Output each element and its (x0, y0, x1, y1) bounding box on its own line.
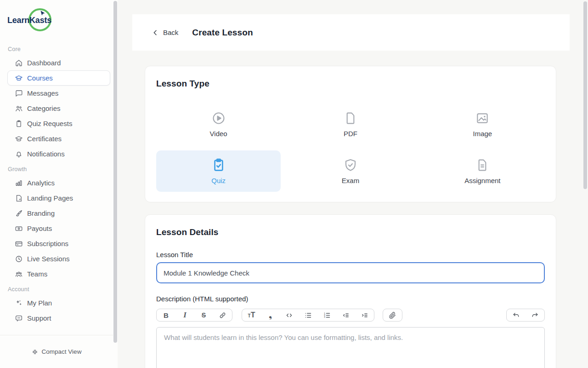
lesson-type-assignment[interactable]: Assignment (420, 150, 545, 192)
sidebar: LearnKasts CoreDashboardCoursesMessagesC… (0, 0, 118, 368)
sidebar-item-label: Subscriptions (27, 240, 68, 247)
svg-text:3: 3 (324, 316, 325, 318)
lesson-type-label: PDF (344, 130, 357, 138)
lesson-type-label: Video (210, 130, 227, 138)
sidebar-item-branding[interactable]: Branding (7, 206, 110, 221)
sidebar-item-categories[interactable]: Categories (7, 101, 110, 116)
sidebar-item-label: Messages (27, 89, 58, 97)
sidebar-item-quiz-requests[interactable]: Quiz Requests (7, 116, 110, 131)
sparkles-icon (15, 299, 23, 307)
text-size-icon: TT (248, 311, 255, 319)
lesson-type-quiz[interactable]: Quiz (156, 150, 281, 192)
undo-button[interactable] (507, 309, 526, 321)
sidebar-item-notifications[interactable]: Notifications (7, 146, 110, 161)
lesson-type-grid: VideoPDFImageQuizExamAssignment (156, 104, 545, 192)
sidebar-item-dashboard[interactable]: Dashboard (7, 55, 110, 70)
credit-card-icon (15, 240, 23, 248)
lesson-type-exam[interactable]: Exam (288, 150, 413, 192)
sidebar-item-label: Live Sessions (27, 255, 70, 263)
toolbar-group-history (506, 309, 545, 322)
sidebar-item-analytics[interactable]: Analytics (7, 175, 110, 190)
text-size-button[interactable]: TT (242, 309, 261, 321)
sidebar-item-support[interactable]: Support (7, 310, 110, 326)
sidebar-item-my-plan[interactable]: My Plan (7, 295, 110, 310)
home-icon (15, 59, 23, 67)
code-icon (285, 311, 293, 319)
sidebar-item-certificates[interactable]: Certificates (7, 131, 110, 146)
bell-icon (15, 150, 23, 158)
numbered-list-button[interactable]: 123 (317, 309, 336, 321)
clipboard-icon (15, 120, 23, 128)
sidebar-item-landing-pages[interactable]: Landing Pages (7, 190, 110, 206)
toolbar-group-attach (383, 309, 402, 322)
attachment-button[interactable] (383, 309, 402, 321)
bullet-list-icon (304, 311, 312, 319)
redo-button[interactable] (526, 309, 544, 321)
bold-icon: B (164, 311, 169, 319)
strikethrough-button[interactable]: S (194, 309, 213, 321)
toolbar-group-block-format: TT❟123 (242, 309, 374, 322)
outdent-button[interactable] (336, 309, 355, 321)
logo-wordmark: LearnKasts (7, 16, 51, 25)
compact-view-button[interactable]: Compact View (29, 348, 85, 356)
description-textarea[interactable] (156, 327, 545, 368)
sidebar-item-label: My Plan (27, 299, 52, 307)
sidebar-section-label: Growth (0, 161, 118, 175)
editor-toolbar: BISTT❟123 (156, 309, 545, 322)
sidebar-item-teams[interactable]: Teams (7, 266, 110, 282)
lesson-title-label: Lesson Title (156, 251, 545, 259)
sidebar-item-subscriptions[interactable]: Subscriptions (7, 236, 110, 251)
sidebar-item-label: Certificates (27, 135, 62, 143)
link-button[interactable] (213, 309, 232, 321)
bullet-list-button[interactable] (299, 309, 317, 321)
indent-button[interactable] (355, 309, 374, 321)
lesson-type-card: Lesson Type VideoPDFImageQuizExamAssignm… (145, 66, 556, 202)
italic-button[interactable]: I (175, 309, 194, 321)
description-label: Description (HTML supported) (156, 295, 545, 303)
main-content: Back Create Lesson Lesson Type VideoPDFI… (118, 14, 588, 368)
sidebar-item-label: Landing Pages (27, 194, 73, 202)
lesson-type-pdf[interactable]: PDF (288, 104, 413, 145)
sidebar-section-label: Account (0, 282, 118, 295)
lesson-type-label: Quiz (211, 177, 226, 184)
lesson-type-heading: Lesson Type (156, 79, 545, 89)
bar-chart-icon (15, 179, 23, 187)
lesson-type-video[interactable]: Video (156, 104, 281, 145)
code-button[interactable] (280, 309, 299, 321)
clock-icon (15, 255, 23, 263)
sidebar-item-messages[interactable]: Messages (7, 86, 110, 101)
lesson-type-label: Assignment (464, 177, 500, 184)
sidebar-scrollbar-thumb[interactable] (113, 1, 117, 343)
certificate-icon (15, 135, 23, 143)
sidebar-item-label: Payouts (27, 224, 52, 232)
graduation-cap-icon (15, 74, 23, 82)
lesson-type-image[interactable]: Image (420, 104, 545, 145)
strikethrough-icon: S (202, 311, 206, 319)
lesson-title-input[interactable] (156, 262, 545, 283)
cursor-icon (40, 10, 46, 17)
users-icon (15, 104, 23, 113)
bold-button[interactable]: B (157, 309, 175, 321)
sidebar-item-live-sessions[interactable]: Live Sessions (7, 251, 110, 266)
numbered-list-icon: 123 (323, 311, 331, 319)
team-icon (15, 270, 23, 278)
back-button[interactable]: Back (152, 29, 178, 36)
learnkasts-logo[interactable]: LearnKasts (0, 0, 118, 41)
sidebar-item-label: Analytics (27, 179, 55, 187)
quote-button[interactable]: ❟ (261, 309, 280, 321)
sidebar-nav: CoreDashboardCoursesMessagesCategoriesQu… (0, 41, 118, 326)
sidebar-item-label: Dashboard (27, 59, 61, 67)
chat-bubble-icon (15, 89, 23, 98)
sidebar-section-label: Core (0, 41, 118, 55)
compress-icon (32, 349, 38, 355)
link-icon (219, 311, 226, 319)
sidebar-item-payouts[interactable]: Payouts (7, 221, 110, 236)
sidebar-item-label: Courses (27, 74, 53, 82)
page-scrollbar-thumb[interactable] (583, 1, 587, 189)
brush-icon (15, 209, 23, 218)
toolbar-group-text-format: BIS (156, 309, 232, 322)
attachment-icon (389, 311, 396, 319)
undo-icon (512, 311, 520, 319)
page-header: Back Create Lesson (132, 14, 570, 51)
sidebar-item-courses[interactable]: Courses (7, 70, 110, 86)
